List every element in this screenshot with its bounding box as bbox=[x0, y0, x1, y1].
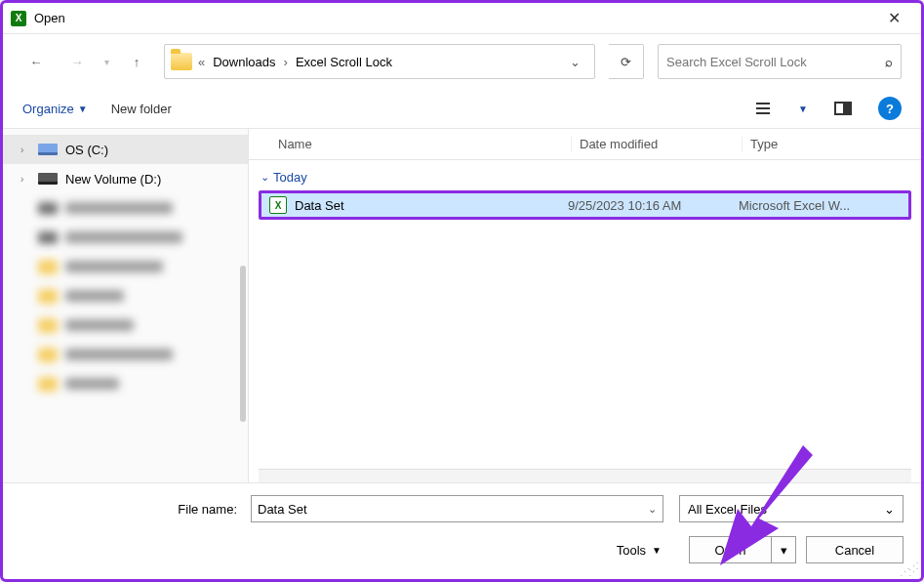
excel-file-icon: X bbox=[269, 196, 287, 214]
tools-button[interactable]: Tools ▼ bbox=[617, 543, 662, 558]
tree-item-redacted bbox=[3, 311, 248, 340]
open-button-label[interactable]: Open bbox=[690, 537, 772, 562]
tree-item-redacted bbox=[3, 281, 248, 311]
address-dropdown-icon[interactable]: ⌄ bbox=[562, 55, 588, 69]
tree-item-new-volume-d[interactable]: › New Volume (D:) bbox=[3, 164, 248, 193]
excel-app-icon: X bbox=[11, 11, 26, 26]
search-icon[interactable]: ⌕ bbox=[885, 55, 893, 69]
file-type: Microsoft Excel W... bbox=[739, 198, 908, 213]
cancel-button[interactable]: Cancel bbox=[806, 536, 904, 563]
dialog-body: › OS (C:) › New Volume (D:) Name Date mo… bbox=[3, 128, 921, 482]
organize-button[interactable]: Organize ▼ bbox=[22, 102, 88, 116]
chevron-right-icon: › bbox=[20, 174, 30, 185]
breadcrumb-downloads[interactable]: Downloads bbox=[209, 53, 279, 71]
chevron-down-icon: ▼ bbox=[78, 104, 88, 114]
tools-label: Tools bbox=[617, 543, 646, 558]
window-title: Open bbox=[34, 11, 65, 25]
drive-icon bbox=[38, 173, 58, 185]
breadcrumb-separator: › bbox=[284, 55, 288, 69]
filename-value: Data Set bbox=[258, 502, 307, 517]
chevron-down-icon: ⌄ bbox=[261, 171, 269, 184]
new-folder-button[interactable]: New folder bbox=[111, 102, 172, 116]
horizontal-scrollbar[interactable] bbox=[259, 469, 911, 482]
toolbar: Organize ▼ New folder ▼ ? bbox=[3, 89, 921, 128]
view-mode-button[interactable] bbox=[751, 97, 775, 120]
breadcrumb-current[interactable]: Excel Scroll Lock bbox=[292, 53, 396, 71]
folder-icon bbox=[171, 53, 192, 70]
forward-button[interactable]: → bbox=[63, 48, 91, 75]
tree-item-os-c[interactable]: › OS (C:) bbox=[3, 135, 248, 164]
col-date[interactable]: Date modified bbox=[571, 137, 742, 151]
tree-item-redacted bbox=[3, 340, 248, 369]
tree-label: New Volume (D:) bbox=[65, 172, 161, 187]
col-name[interactable]: Name bbox=[249, 137, 571, 151]
group-today[interactable]: ⌄ Today bbox=[249, 160, 921, 190]
up-button[interactable]: ↑ bbox=[123, 48, 150, 75]
col-type[interactable]: Type bbox=[742, 137, 921, 151]
filename-label: File name: bbox=[3, 502, 243, 517]
filter-label: All Excel Files bbox=[688, 502, 767, 517]
close-button[interactable]: ✕ bbox=[874, 5, 913, 32]
view-dropdown-icon[interactable]: ▼ bbox=[798, 104, 808, 114]
preview-pane-button[interactable] bbox=[831, 97, 855, 120]
chevron-down-icon[interactable]: ⌄ bbox=[884, 502, 895, 517]
nav-bar: ← → ▾ ↑ « Downloads › Excel Scroll Lock … bbox=[3, 34, 921, 89]
search-box[interactable]: ⌕ bbox=[658, 44, 902, 79]
column-headers: Name Date modified Type bbox=[249, 129, 921, 160]
open-dialog: X Open ✕ ← → ▾ ↑ « Downloads › Excel Scr… bbox=[0, 0, 924, 582]
address-bar[interactable]: « Downloads › Excel Scroll Lock ⌄ bbox=[164, 44, 595, 79]
search-input[interactable] bbox=[666, 55, 885, 69]
chevron-down-icon: ▼ bbox=[652, 545, 662, 556]
file-list-pane: Name Date modified Type ⌄ Today X Data S… bbox=[249, 129, 921, 482]
open-button-dropdown[interactable]: ▾ bbox=[772, 543, 795, 558]
history-dropdown-icon[interactable]: ▾ bbox=[104, 57, 109, 67]
breadcrumb-prefix: « bbox=[198, 55, 205, 69]
help-button[interactable]: ? bbox=[878, 97, 902, 120]
back-button[interactable]: ← bbox=[22, 48, 50, 75]
title-bar: X Open ✕ bbox=[3, 3, 921, 34]
file-row-selected[interactable]: X Data Set 9/25/2023 10:16 AM Microsoft … bbox=[259, 190, 911, 220]
tree-item-redacted bbox=[3, 369, 248, 398]
drive-icon bbox=[38, 144, 58, 155]
tree-item-redacted bbox=[3, 252, 248, 281]
file-date: 9/25/2023 10:16 AM bbox=[568, 198, 739, 213]
tree-label: OS (C:) bbox=[65, 143, 108, 157]
list-view-icon bbox=[756, 103, 770, 114]
nav-tree: › OS (C:) › New Volume (D:) bbox=[3, 129, 249, 482]
chevron-right-icon: › bbox=[20, 145, 30, 155]
resize-grip[interactable]: ⋰⋰⋰ bbox=[900, 563, 917, 575]
group-label: Today bbox=[273, 170, 307, 185]
tree-scrollbar[interactable] bbox=[240, 266, 246, 422]
dialog-footer: File name: Data Set ⌄ All Excel Files ⌄ … bbox=[3, 482, 921, 579]
chevron-down-icon[interactable]: ⌄ bbox=[648, 503, 657, 516]
filename-combobox[interactable]: Data Set ⌄ bbox=[251, 495, 663, 522]
open-button[interactable]: Open ▾ bbox=[689, 536, 796, 563]
refresh-button[interactable]: ⟳ bbox=[609, 44, 644, 79]
file-type-filter[interactable]: All Excel Files ⌄ bbox=[679, 495, 904, 522]
organize-label: Organize bbox=[22, 102, 74, 116]
tree-item-redacted bbox=[3, 223, 248, 252]
pane-icon bbox=[834, 102, 852, 115]
file-name: Data Set bbox=[295, 198, 344, 213]
tree-item-redacted bbox=[3, 193, 248, 223]
